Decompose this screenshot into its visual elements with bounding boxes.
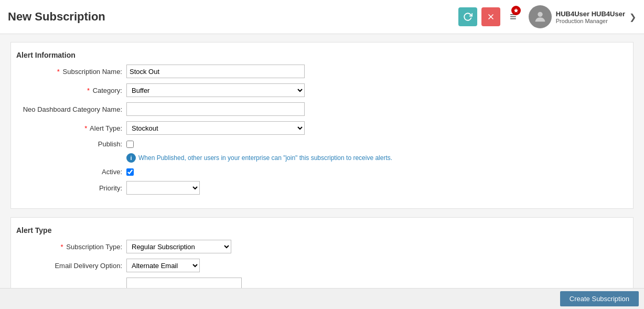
alert-type-row: * Alert Type: Stockout Other	[11, 121, 633, 135]
page-title: New Subscription	[8, 10, 458, 24]
user-name: HUB4User HUB4User	[556, 10, 625, 18]
alert-information-header: Alert Information	[16, 51, 76, 59]
publish-label: Publish:	[16, 140, 126, 148]
user-role: Production Manager	[556, 18, 625, 24]
header: New Subscription ≡ HUB4User HUB4User Pro…	[0, 0, 644, 34]
category-label: * Category:	[16, 87, 126, 94]
subscription-name-row: * Subscription Name:	[11, 65, 633, 78]
subscription-name-input[interactable]	[126, 65, 305, 78]
create-subscription-button[interactable]: Create Subscription	[560, 291, 639, 306]
alert-information-section: Alert Information * Subscription Name: *…	[10, 42, 634, 209]
alert-type-section: Alert Type * Subscription Type: Regular …	[10, 217, 634, 288]
publish-checkbox[interactable]	[126, 141, 134, 148]
alert-type-select[interactable]: Stockout Other	[126, 121, 305, 135]
info-icon: i	[126, 153, 136, 163]
active-row: Active:	[11, 168, 633, 176]
neo-dashboard-row: Neo Dashboard Category Name:	[11, 102, 633, 116]
close-button[interactable]	[481, 7, 500, 26]
subscription-type-row: * Subscription Type: Regular Subscriptio…	[11, 240, 633, 253]
alternate-email-row	[11, 278, 633, 288]
publish-info-text: When Published, other users in your ente…	[138, 154, 392, 162]
user-section: HUB4User HUB4User Production Manager ❯	[529, 5, 636, 28]
subscription-type-label: * Subscription Type:	[16, 243, 126, 251]
user-info: HUB4User HUB4User Production Manager	[556, 10, 625, 24]
menu-icon-wrapper[interactable]: ≡	[510, 10, 517, 24]
category-row: * Category: Buffer Option2	[11, 83, 633, 97]
refresh-button[interactable]	[458, 7, 477, 26]
avatar	[529, 5, 552, 28]
svg-point-3	[538, 12, 542, 17]
email-delivery-select[interactable]: Alternate Email Primary Email	[126, 259, 200, 272]
alert-type-label: * Alert Type:	[16, 124, 126, 132]
publish-row: Publish:	[11, 140, 633, 148]
active-label: Active:	[16, 168, 126, 176]
email-delivery-label: Email Delivery Option:	[16, 262, 126, 270]
category-select[interactable]: Buffer Option2	[126, 83, 305, 97]
subscription-type-select[interactable]: Regular Subscription Digest	[126, 240, 231, 253]
user-dropdown-chevron[interactable]: ❯	[629, 12, 636, 22]
main-content: Alert Information * Subscription Name: *…	[0, 34, 644, 288]
alternate-email-input[interactable]	[126, 278, 242, 288]
bottom-bar: Create Subscription	[0, 288, 644, 309]
subscription-name-label: * Subscription Name:	[16, 68, 126, 76]
active-checkbox[interactable]	[126, 168, 134, 176]
neo-dashboard-label: Neo Dashboard Category Name:	[16, 105, 126, 113]
publish-info-row: i When Published, other users in your en…	[11, 153, 633, 163]
svg-marker-2	[514, 8, 518, 13]
email-delivery-row: Email Delivery Option: Alternate Email P…	[11, 259, 633, 272]
notification-badge	[511, 6, 521, 15]
neo-dashboard-input[interactable]	[126, 102, 305, 116]
priority-row: Priority:	[11, 181, 633, 195]
priority-label: Priority:	[16, 184, 126, 192]
header-actions: ≡ HUB4User HUB4User Production Manager ❯	[458, 5, 636, 28]
alert-type-section-header: Alert Type	[16, 226, 51, 235]
priority-select[interactable]	[126, 181, 200, 195]
